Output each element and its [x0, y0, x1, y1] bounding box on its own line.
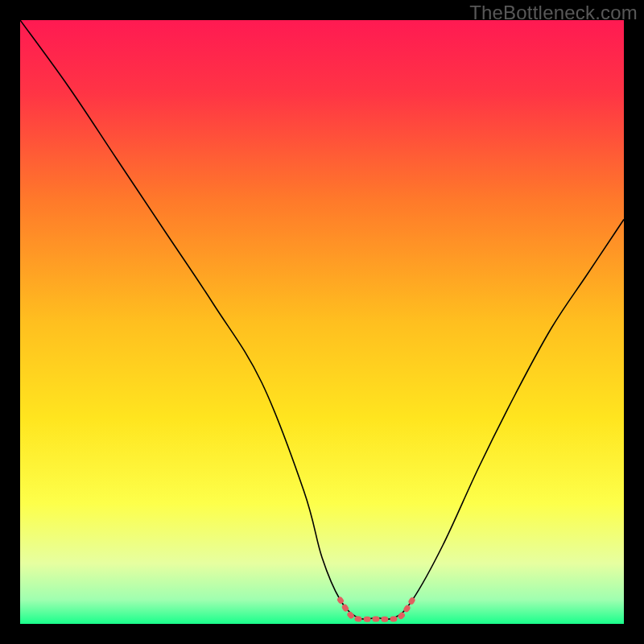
watermark-text: TheBottleneck.com — [469, 2, 638, 24]
plot-area — [20, 20, 624, 624]
chart-frame: TheBottleneck.com — [0, 0, 644, 644]
chart-svg — [20, 20, 624, 624]
gradient-background — [20, 20, 624, 624]
